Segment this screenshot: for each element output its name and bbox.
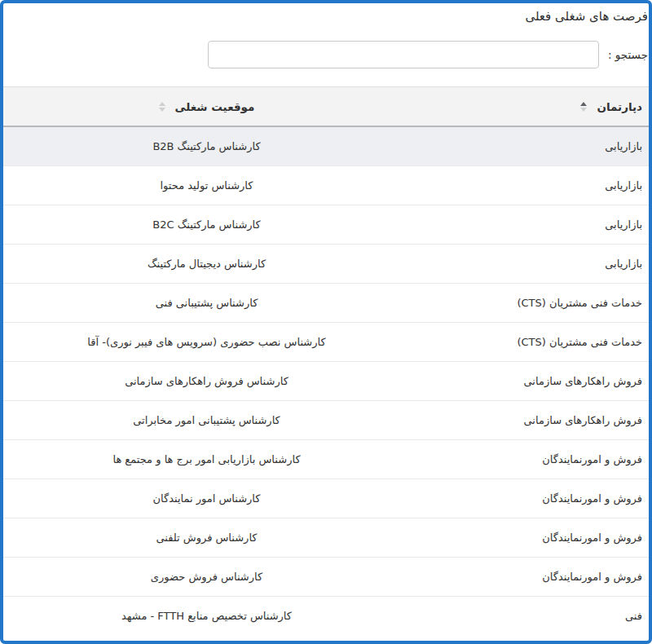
sort-arrows-icon [580,102,587,112]
department-cell: فروش راهکارهای سازمانی [410,362,649,401]
job-row[interactable]: فروش و امورنمایندگانکارشناس بازاریابی ام… [3,440,649,479]
job-row[interactable]: فروش و امورنمایندگانکارشناس امور نمایندگ… [3,479,649,518]
job-row[interactable]: فروش و امورنمایندگانکارشناس فروش حضوری [3,558,649,597]
department-cell: فروش راهکارهای سازمانی [410,401,649,440]
column-header-inner: دپارتمان [580,100,642,113]
position-cell: کارشناس فروش راهکارهای سازمانی [3,362,410,401]
position-cell: کارشناس مارکتینگ B2B [3,126,410,166]
column-header-inner: موقعیت شغلی [159,100,255,113]
job-row[interactable]: خدمات فنی مشتریان (CTS)کارشناس نصب حضوری… [3,323,649,362]
position-cell: کارشناس تخصیص منابع FTTH - مشهد [3,597,410,636]
job-row[interactable]: فروش راهکارهای سازمانیکارشناس فروش راهکا… [3,362,649,401]
job-row[interactable]: فنیکارشناس تخصیص منابع FTTH - مشهد [3,597,649,636]
sort-asc-icon [159,102,165,106]
department-cell: بازاریابی [410,126,649,166]
jobs-table: دپارتمان موقعیت شغلی [3,86,649,635]
column-header-position[interactable]: موقعیت شغلی [3,87,410,127]
sort-desc-icon [159,108,165,112]
jobs-widget: فرصت های شغلی فعلی جستجو : دپارتمان [0,0,652,644]
sort-desc-icon [580,108,587,112]
job-row[interactable]: بازاریابیکارشناس مارکتینگ B2B [3,126,649,166]
department-cell: خدمات فنی مشتریان (CTS) [410,284,649,323]
job-row[interactable]: فروش راهکارهای سازمانیکارشناس پشتیبانی ا… [3,401,649,440]
job-row[interactable]: فروش و امورنمایندگانکارشناس فروش تلفنی [3,518,649,558]
department-cell: فروش و امورنمایندگان [410,558,649,597]
column-header-label: موقعیت شغلی [175,100,255,113]
position-cell: کارشناس دیجیتال مارکتینگ [3,245,410,284]
department-cell: خدمات فنی مشتریان (CTS) [410,323,649,362]
position-cell: کارشناس پشتیبانی فنی [3,284,410,323]
job-row[interactable]: بازاریابیکارشناس تولید محتوا [3,166,649,205]
department-cell: فنی [410,597,649,636]
position-cell: کارشناس مارکتینگ B2C [3,205,410,245]
position-cell: کارشناس فروش تلفنی [3,518,410,558]
position-cell: کارشناس نصب حضوری (سرویس های فیبر نوری)-… [3,323,410,362]
sort-asc-icon [580,102,587,106]
department-cell: فروش و امورنمایندگان [410,440,649,479]
page-title: فرصت های شغلی فعلی [3,9,648,24]
position-cell: کارشناس بازاریابی امور برج ها و مجتمع ها [3,440,410,479]
column-header-department[interactable]: دپارتمان [410,87,649,127]
job-row[interactable]: بازاریابیکارشناس دیجیتال مارکتینگ [3,245,649,284]
column-header-label: دپارتمان [597,100,642,113]
search-input[interactable] [208,41,599,68]
table-header-row: دپارتمان موقعیت شغلی [3,87,649,127]
department-cell: بازاریابی [410,245,649,284]
department-cell: بازاریابی [410,205,649,245]
search-label: جستجو : [608,48,648,61]
job-row[interactable]: بازاریابیکارشناس مارکتینگ B2C [3,205,649,245]
position-cell: کارشناس فروش حضوری [3,558,410,597]
table-body: بازاریابیکارشناس مارکتینگ B2Bبازاریابیکا… [3,126,649,635]
position-cell: کارشناس امور نمایندگان [3,479,410,518]
table-header: دپارتمان موقعیت شغلی [3,87,649,127]
department-cell: فروش و امورنمایندگان [410,518,649,558]
department-cell: فروش و امورنمایندگان [410,479,649,518]
position-cell: کارشناس پشتیبانی امور مخابراتی [3,401,410,440]
job-row[interactable]: خدمات فنی مشتریان (CTS)کارشناس پشتیبانی … [3,284,649,323]
search-row: جستجو : [3,41,649,68]
position-cell: کارشناس تولید محتوا [3,166,410,205]
department-cell: بازاریابی [410,166,649,205]
sort-arrows-icon [159,102,165,112]
